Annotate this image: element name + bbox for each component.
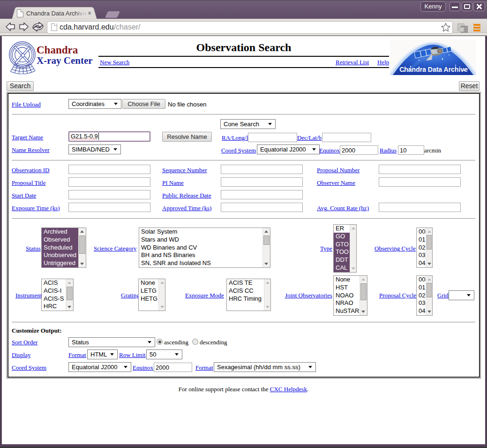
svg-text:Chandra Data Archive: Chandra Data Archive: [399, 66, 468, 73]
